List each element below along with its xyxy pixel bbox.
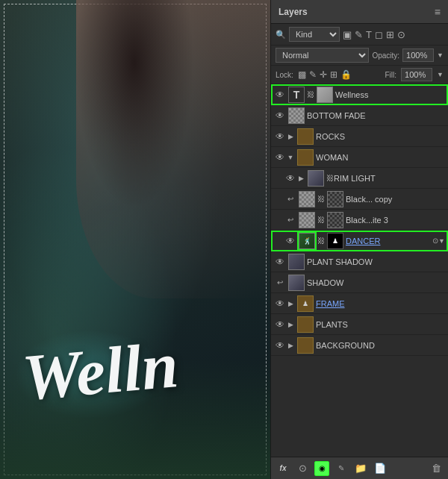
- layers-panel: Layers ≡ 🔍 Kind ▣ ✎ T ◻ ⊞ ⊙ Normal Opaci…: [270, 0, 448, 479]
- panel-header: Layers ≡: [271, 0, 448, 24]
- lock-artboard-icon[interactable]: ⊞: [330, 69, 337, 80]
- chain-icon: ⛓: [317, 216, 325, 224]
- visibility-toggle[interactable]: 👁: [274, 110, 286, 122]
- search-icon: 🔍: [276, 30, 286, 40]
- visibility-toggle[interactable]: 👁: [284, 235, 296, 247]
- layer-thumbnail: [297, 149, 314, 166]
- layer-thumbnail: [288, 275, 305, 291]
- layer-row[interactable]: 👁 🕺 ⛓ ♟ DANCER ⊙ ▼: [271, 231, 448, 251]
- layer-name: BOTTOM FADE: [307, 111, 445, 120]
- new-layer-button[interactable]: 📄: [373, 461, 388, 476]
- layer-row[interactable]: 👁 BOTTOM FADE: [271, 105, 448, 126]
- expand-arrow[interactable]: ▶: [286, 339, 295, 351]
- layer-row[interactable]: ↩ ⛓ Black...ite 3: [271, 210, 448, 231]
- shape-icon[interactable]: ◻: [375, 29, 383, 40]
- layer-row[interactable]: 👁 ▶ ⛓ RIM LIGHT: [271, 168, 448, 189]
- fx-button[interactable]: fx: [276, 461, 290, 476]
- canvas-text-wellness: Welln: [20, 332, 181, 411]
- layer-row[interactable]: 👁 ▶ ♟ FRAME: [271, 293, 448, 314]
- layer-row[interactable]: 👁 ▶ BACKGROUND: [271, 335, 448, 356]
- layer-row[interactable]: 👁 T ⛓ Wellness: [271, 84, 448, 105]
- layer-name: RIM LIGHT: [334, 174, 445, 183]
- layer-row[interactable]: 👁 ▶ PLANTS: [271, 314, 448, 335]
- visibility-toggle[interactable]: 👁: [274, 339, 286, 351]
- layer-row[interactable]: ↩ ⛓ Black... copy: [271, 189, 448, 210]
- layer-mask-thumbnail: ♟: [327, 233, 343, 249]
- layer-name: WOMAN: [316, 153, 445, 162]
- layer-thumbnail: [297, 128, 314, 145]
- visibility-toggle[interactable]: 👁: [274, 298, 286, 310]
- blend-mode-select[interactable]: Normal: [276, 48, 369, 63]
- expand-arrow[interactable]: ▼: [286, 151, 295, 163]
- new-group-button[interactable]: 📁: [353, 461, 368, 476]
- add-style-button[interactable]: ✎: [334, 461, 349, 476]
- fill-chevron: ▼: [437, 71, 444, 78]
- panel-menu-icon[interactable]: ≡: [435, 6, 441, 18]
- panel-footer: fx ⊙ ◉ ✎ 📁 📄 🗑: [271, 457, 448, 479]
- brush-icon[interactable]: ✎: [355, 29, 363, 40]
- pixel-icon[interactable]: ▣: [343, 29, 352, 40]
- visibility-toggle[interactable]: ↩: [284, 214, 296, 226]
- blend-row: Normal Opacity: 100% ▼: [271, 46, 448, 66]
- canvas-area: Welln: [0, 0, 270, 479]
- lock-position-icon[interactable]: ✛: [320, 69, 327, 80]
- lock-transparent-icon[interactable]: ▩: [298, 69, 306, 80]
- visibility-toggle[interactable]: 👁: [274, 319, 286, 331]
- hair-layer: [75, 0, 194, 209]
- layer-name: Wellness: [335, 90, 445, 99]
- chain-icon: ⛓: [326, 174, 334, 182]
- layer-name: BACKGROUND: [316, 341, 445, 350]
- effects-icon: ⊙: [432, 237, 438, 245]
- layer-name: DANCER: [346, 237, 431, 245]
- expand-arrow[interactable]: ▶: [296, 172, 305, 184]
- fill-input[interactable]: 100%: [401, 68, 432, 81]
- layer-thumbnail: T: [288, 87, 305, 103]
- layer-name: SHADOW: [307, 278, 445, 287]
- layer-row[interactable]: ↩ SHADOW: [271, 272, 448, 293]
- expand-arrow[interactable]: ▶: [286, 319, 295, 331]
- visibility-toggle[interactable]: ↩: [274, 277, 286, 289]
- layer-mask-thumbnail: [317, 87, 333, 103]
- more-icon[interactable]: ⊙: [397, 29, 405, 40]
- text-filter-icon[interactable]: T: [366, 29, 372, 40]
- opacity-input[interactable]: 100%: [402, 48, 434, 62]
- layer-row[interactable]: 👁 ▼ WOMAN: [271, 147, 448, 168]
- layer-row[interactable]: 👁 PLANT SHADOW: [271, 251, 448, 272]
- chain-icon: ⛓: [317, 195, 325, 203]
- lock-label: Lock:: [276, 71, 293, 79]
- layer-thumbnail: [297, 316, 314, 333]
- layer-mask-thumbnail: [327, 212, 343, 228]
- lock-paint-icon[interactable]: ✎: [309, 69, 317, 80]
- visibility-toggle[interactable]: 👁: [274, 151, 286, 163]
- lock-all-icon[interactable]: 🔒: [340, 69, 352, 80]
- layer-name: ROCKS: [316, 132, 445, 141]
- layers-list: 👁 T ⛓ Wellness 👁 BOTTOM FADE 👁 ▶ ROCKS 👁…: [271, 84, 448, 457]
- layer-row[interactable]: 👁 ▶ ROCKS: [271, 126, 448, 147]
- layer-thumbnail: [308, 170, 324, 187]
- visibility-toggle[interactable]: ↩: [284, 193, 296, 205]
- expand-arrow[interactable]: ▶: [286, 298, 295, 310]
- visibility-toggle[interactable]: 👁: [274, 131, 286, 143]
- expand-arrow[interactable]: ▶: [286, 131, 295, 143]
- kind-bar: 🔍 Kind ▣ ✎ T ◻ ⊞ ⊙: [271, 24, 448, 46]
- layer-name: FRAME: [316, 299, 445, 308]
- opacity-chevron: ▼: [437, 51, 444, 59]
- smart-icon[interactable]: ⊞: [386, 29, 394, 40]
- layer-thumbnail: [288, 254, 305, 270]
- delete-layer-button[interactable]: 🗑: [429, 461, 444, 476]
- chain-icon: ⛓: [317, 237, 325, 245]
- fill-label: Fill:: [385, 71, 397, 79]
- kind-select[interactable]: Kind: [289, 27, 340, 42]
- layer-thumbnail: 🕺: [299, 233, 315, 249]
- layer-name: PLANTS: [316, 320, 445, 329]
- visibility-toggle[interactable]: 👁: [274, 256, 286, 268]
- new-adjustment-button[interactable]: ◉: [314, 461, 329, 476]
- visibility-toggle[interactable]: 👁: [284, 172, 296, 184]
- opacity-label: Opacity:: [372, 51, 399, 60]
- visibility-toggle[interactable]: 👁: [274, 89, 286, 101]
- add-mask-button[interactable]: ⊙: [295, 461, 310, 476]
- lock-row: Lock: ▩ ✎ ✛ ⊞ 🔒 Fill: 100% ▼: [271, 66, 448, 84]
- lock-icons: ▩ ✎ ✛ ⊞ 🔒: [298, 69, 352, 80]
- fx-badge: ▼: [438, 237, 445, 245]
- layer-thumbnail: ♟: [297, 295, 314, 312]
